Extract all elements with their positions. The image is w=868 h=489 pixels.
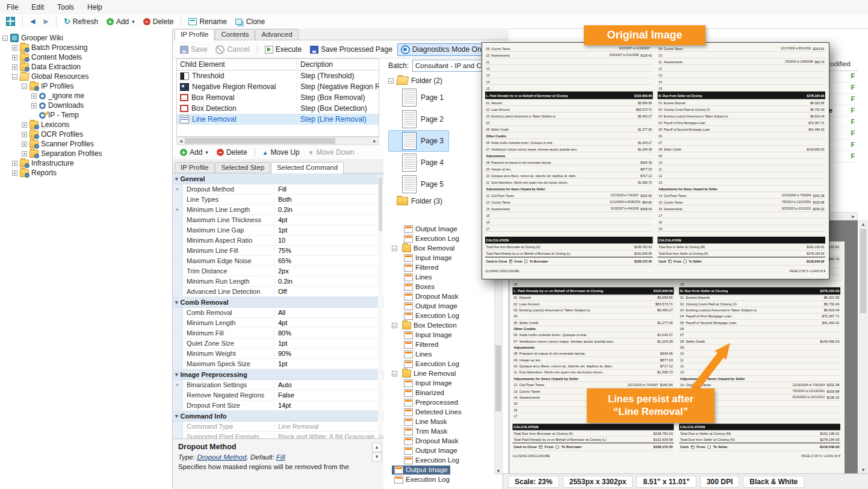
collapse-icon[interactable]: − <box>392 371 397 376</box>
diag-input-image[interactable]: Input Image <box>388 330 492 340</box>
prop-group-comb-removal[interactable]: ▾Comb Removal <box>173 297 383 308</box>
collapse-icon[interactable]: ▾ <box>175 176 178 182</box>
diag-input-image[interactable]: Input Image <box>388 378 492 388</box>
batch-page-2[interactable]: Page 2 <box>388 108 449 130</box>
prop-minimum-aspect-ratio[interactable]: Minimum Aspect Ratio10 <box>173 235 383 246</box>
scroll-thumb[interactable] <box>185 138 335 144</box>
diag-execution-log[interactable]: Execution Log <box>388 359 492 369</box>
prop-value[interactable]: 2px <box>274 267 383 275</box>
clone-button[interactable]: Clone <box>232 16 268 28</box>
tree-item-grooper-wiki[interactable]: −Grooper Wiki <box>0 33 172 43</box>
prop-value[interactable]: 14pt <box>274 402 383 409</box>
save-processed-page-button[interactable]: Save Processed Page <box>306 43 396 55</box>
batch-folder-2[interactable]: −Folder (2) <box>388 75 494 87</box>
diag-output-image[interactable]: Output Image <box>388 465 492 475</box>
delete-step-button[interactable]: Delete <box>213 146 251 158</box>
prop-value[interactable]: 10 <box>274 237 383 244</box>
execute-button[interactable]: Execute <box>261 43 305 55</box>
batch-page-4[interactable]: Page 4 <box>388 152 449 173</box>
cancel-button[interactable]: Cancel <box>212 43 253 56</box>
description-scroll-up[interactable]: ▴ <box>372 443 382 452</box>
tree-item-ip-temp[interactable]: IP - Temp <box>0 110 172 120</box>
tree-item-ip-profiles[interactable]: −IP Profiles <box>0 81 172 91</box>
add-button[interactable]: Add▾ <box>103 16 138 28</box>
diagnostics-mode-button[interactable]: Diagnostics Mode On <box>397 43 485 56</box>
expand-icon[interactable]: + <box>12 45 17 51</box>
refresh-button[interactable]: ↻Refresh <box>60 16 102 28</box>
viewer-scrollbar[interactable]: ▴ ▾ <box>859 220 867 473</box>
step-row-negative-region-removal[interactable]: Negative Region RemovalStep (Negative Re… <box>177 81 379 92</box>
prop-binarization-settings[interactable]: ▸Binarization SettingsAuto <box>173 380 383 390</box>
move-down-button[interactable]: ▼Move Down <box>305 146 358 158</box>
step-row-line-removal[interactable]: Line RemovalStep (Line Removal) <box>177 114 379 125</box>
expand-icon[interactable]: + <box>22 151 27 157</box>
tree-item-scanner-profiles[interactable]: +Scanner Profiles <box>0 139 172 149</box>
diag-detected-lines[interactable]: Detected Lines <box>388 407 492 417</box>
tree-item-ignore-me[interactable]: +_ignore me <box>0 91 172 101</box>
collapse-icon[interactable]: ▾ <box>175 372 178 378</box>
menu-tools[interactable]: Tools <box>51 1 81 14</box>
prop-value[interactable]: 90% <box>274 350 383 357</box>
prop-value[interactable]: Auto <box>274 381 383 388</box>
column-description[interactable]: Decription <box>297 60 379 69</box>
diag-box-removal[interactable]: −Box Removal <box>388 243 492 253</box>
diag-execution-log[interactable]: Execution Log <box>388 234 492 243</box>
tab-ip-profile[interactable]: IP Profile <box>175 29 214 40</box>
prop-value[interactable]: Fill <box>274 185 383 193</box>
prop-minimum-line-length[interactable]: ▸Minimum Line Length0.2in <box>173 205 383 215</box>
menu-help[interactable]: Help <box>81 1 109 14</box>
tree-item-global-resources[interactable]: −Global Resources <box>0 72 172 81</box>
prop-value[interactable]: False <box>274 391 383 399</box>
diag-filtered[interactable]: Filtered <box>388 263 492 272</box>
collapse-icon[interactable]: − <box>392 246 397 251</box>
scroll-down-arrow[interactable]: ▾ <box>495 468 503 474</box>
diag-binarized[interactable]: Binarized <box>388 388 492 397</box>
row-expander[interactable]: ▸ <box>173 205 183 214</box>
navigator-button[interactable] <box>2 15 19 28</box>
collapse-icon[interactable]: ▾ <box>175 413 178 419</box>
tree-item-ocr-profiles[interactable]: +OCR Profiles <box>0 129 172 139</box>
expand-icon[interactable]: + <box>12 170 17 176</box>
diag-filtered[interactable]: Filtered <box>388 340 492 349</box>
scroll-right-arrow[interactable]: ▸ <box>371 138 379 144</box>
expand-icon[interactable]: + <box>22 142 27 147</box>
collapse-icon[interactable]: − <box>22 84 27 89</box>
prop-comb-removal[interactable]: Comb RemovalAll <box>173 308 383 318</box>
batch-folder-3[interactable]: Folder (3) <box>388 195 494 207</box>
step-row-threshold[interactable]: ThresholdStep (Threshold) <box>177 70 379 81</box>
prop-minimum-run-length[interactable]: Minimum Run Length0.2in <box>173 276 383 287</box>
prop-value[interactable]: 0.2in <box>274 278 383 285</box>
prop-value[interactable]: All <box>274 309 383 316</box>
batch-page-1[interactable]: Page 1 <box>388 87 449 108</box>
move-up-button[interactable]: ▲Move Up <box>259 146 303 158</box>
prop-line-types[interactable]: Line TypesBoth <box>173 195 383 205</box>
step-row-box-detection[interactable]: Box DetectionStep (Box Detection) <box>177 103 379 114</box>
prop-value[interactable]: 0.2in <box>274 206 383 213</box>
prop-value[interactable]: 75% <box>274 247 383 254</box>
expand-icon[interactable]: + <box>22 132 27 137</box>
scroll-thumb[interactable] <box>860 229 866 313</box>
collapse-icon[interactable]: − <box>388 78 394 84</box>
prop-minimum-length[interactable]: Minimum Length4pt <box>173 318 383 328</box>
batch-page-5[interactable]: Page 5 <box>388 173 449 195</box>
prop-group-general[interactable]: ▾General <box>173 173 383 184</box>
prop-group-image-preprocessing[interactable]: ▾Image Preprocessing <box>173 369 383 380</box>
prop-tab-ip-profile[interactable]: IP Profile <box>175 162 214 173</box>
prop-minimum-line-fill[interactable]: Minimum Line Fill75% <box>173 246 383 256</box>
expand-icon[interactable]: + <box>12 55 17 60</box>
add-step-button[interactable]: Add▾ <box>176 146 212 158</box>
expand-icon[interactable]: + <box>22 122 27 128</box>
steps-hscrollbar[interactable]: ◂ ▸ <box>176 137 379 145</box>
prop-advanced-line-detection[interactable]: Advanced Line DetectionOff <box>173 287 383 297</box>
diag-line-mask[interactable]: Line Mask <box>388 417 492 426</box>
prop-maximum-line-gap[interactable]: Maximum Line Gap1pt <box>173 225 383 235</box>
column-child-element[interactable]: Child Element <box>177 60 297 69</box>
diag-dropout-mask[interactable]: Dropout Mask <box>388 291 492 301</box>
diag-execution-log[interactable]: Execution Log <box>388 475 492 484</box>
prop-group-command-info[interactable]: ▾Command Info <box>173 411 383 422</box>
diag-box-detection[interactable]: −Box Detection <box>388 320 492 330</box>
fill-link[interactable]: Fill <box>276 453 285 461</box>
prop-command-type[interactable]: Command TypeLine Removal <box>173 422 383 432</box>
expand-icon[interactable]: + <box>31 93 37 99</box>
collapse-icon[interactable]: − <box>12 74 17 79</box>
